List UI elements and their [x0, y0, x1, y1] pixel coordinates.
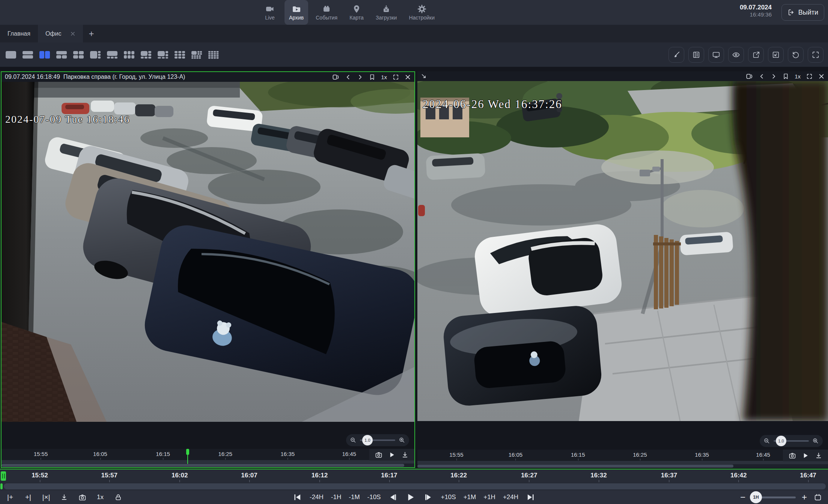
layout-3x3-button[interactable] [173, 48, 187, 61]
download-icon[interactable] [401, 451, 409, 459]
range-clear-button[interactable]: |×| [41, 492, 51, 503]
nav-item-map[interactable]: Карта [345, 0, 368, 25]
collapse-button[interactable] [768, 47, 784, 63]
calendar-button[interactable] [813, 492, 823, 503]
bookmark-icon[interactable] [783, 73, 789, 80]
tab-office[interactable]: Офис [38, 25, 83, 42]
range-start-button[interactable]: |+ [5, 492, 15, 503]
zoom-in-icon[interactable] [812, 438, 819, 444]
skip-to-end-button[interactable] [526, 492, 536, 503]
jump-forward-1h-button[interactable]: +1H [483, 493, 495, 501]
rotate-ccw-button[interactable] [788, 47, 804, 63]
jump-back-24h-button[interactable]: -24H [310, 493, 324, 501]
layout-1x1-button[interactable] [4, 48, 18, 61]
eye-button[interactable] [728, 47, 744, 63]
nav-item-downloads[interactable]: Загрузки [371, 0, 401, 25]
camera-speed-label[interactable]: 1x [381, 74, 387, 80]
layout-big-plus-5-button[interactable] [139, 48, 153, 61]
jump-forward-24h-button[interactable]: +24H [503, 493, 518, 501]
camera-close-icon[interactable] [818, 73, 825, 80]
play-icon[interactable] [802, 452, 809, 459]
bookmark-icon[interactable] [369, 74, 375, 80]
timeline-playhead[interactable] [187, 449, 188, 464]
global-scrollbar-thumb[interactable] [4, 483, 826, 489]
timeline-zoom-handle[interactable]: 1.0 [362, 435, 373, 445]
snapshot-icon[interactable] [789, 452, 796, 459]
layout-2-rows-button[interactable] [21, 48, 35, 61]
timeline-zoom-handle[interactable]: 1.0 [776, 436, 786, 446]
layout-4x4-button[interactable] [206, 48, 221, 61]
camera-panel-right[interactable]: 1x [417, 71, 828, 468]
camera-video-left[interactable]: 2024-07-09 Tue 16:18:46 [2, 82, 414, 422]
layout-1-over-2-button[interactable] [54, 48, 69, 61]
timeline-scrollbar-thumb[interactable] [2, 464, 404, 467]
nav-item-events[interactable]: События [311, 0, 342, 25]
layout-2-columns-button[interactable] [38, 48, 52, 61]
skip-to-start-button[interactable] [292, 492, 302, 503]
export-button[interactable] [748, 47, 764, 63]
camera-fullscreen-icon[interactable] [806, 73, 813, 80]
snapshot-icon[interactable] [375, 451, 382, 459]
timeline-zoom-slider[interactable]: 1.0 [774, 440, 809, 442]
step-back-button[interactable] [388, 492, 398, 503]
next-camera-icon[interactable] [771, 73, 777, 80]
layout-big-top-3-bottom-button[interactable] [105, 48, 119, 61]
monitor-icon [712, 51, 720, 59]
zoom-out-icon[interactable] [763, 438, 770, 444]
panel-list-button[interactable] [688, 47, 704, 63]
nav-item-live[interactable]: Live [258, 0, 282, 25]
jump-back-1m-button[interactable]: -1M [349, 493, 360, 501]
download-icon[interactable] [815, 452, 822, 459]
lock-button[interactable] [113, 492, 123, 503]
zoom-out-icon[interactable] [350, 437, 357, 444]
layout-3x2-button[interactable] [122, 48, 136, 61]
zoom-in-icon[interactable] [399, 437, 405, 444]
camera-fullscreen-icon[interactable] [393, 74, 399, 80]
brush-button[interactable] [668, 47, 684, 63]
export-range-button[interactable] [59, 492, 69, 503]
drag-corner-icon[interactable] [421, 73, 427, 80]
monitor-button[interactable] [708, 47, 724, 63]
next-camera-icon[interactable] [357, 74, 363, 80]
jump-forward-10s-button[interactable]: +10S [441, 493, 456, 501]
timeline-range-slider[interactable]: 1H [751, 496, 796, 498]
tab-main[interactable]: Главная [0, 25, 38, 42]
range-end-button[interactable]: +| [23, 492, 33, 503]
global-timeline[interactable]: 15:52 15:57 16:02 16:07 16:12 16:17 16:2… [0, 469, 828, 482]
layout-big-plus-5-alt-button[interactable] [156, 48, 170, 61]
global-playhead[interactable] [1, 471, 6, 481]
nav-item-archive[interactable]: Архив [285, 0, 308, 25]
timeline-zoom-in-button[interactable]: + [802, 492, 807, 502]
frame-mode-icon[interactable] [746, 73, 753, 80]
nav-item-settings[interactable]: Настройки [404, 0, 439, 25]
camera-speed-label[interactable]: 1x [795, 73, 801, 80]
tab-close-icon[interactable] [70, 31, 75, 36]
prev-camera-icon[interactable] [345, 74, 351, 80]
layout-big-plus-12-button[interactable] [190, 48, 204, 61]
snapshot-button[interactable] [77, 492, 87, 503]
add-tab-button[interactable]: + [83, 25, 99, 42]
camera-timeline[interactable]: 15:55 16:05 16:15 16:25 16:35 16:45 [2, 449, 414, 460]
fullscreen-button[interactable] [808, 47, 823, 63]
jump-back-1h-button[interactable]: -1H [331, 493, 341, 501]
timeline-scrollbar-thumb[interactable] [417, 465, 733, 468]
layout-2x2-button[interactable] [71, 48, 86, 61]
step-forward-button[interactable] [423, 492, 433, 503]
frame-mode-icon[interactable] [332, 74, 339, 81]
camera-timeline[interactable]: 15:55 16:05 16:15 16:25 16:35 16:45 [417, 450, 828, 461]
global-tick: 15:52 [32, 472, 48, 479]
timeline-zoom-slider[interactable]: 1.0 [360, 439, 395, 441]
timeline-range-handle[interactable]: 1H [750, 491, 762, 503]
play-icon[interactable] [388, 451, 396, 459]
logout-button[interactable]: Выйти [781, 4, 824, 21]
play-button[interactable] [405, 492, 416, 503]
playback-speed-button[interactable]: 1x [95, 492, 105, 503]
prev-camera-icon[interactable] [759, 73, 765, 80]
jump-back-10s-button[interactable]: -10S [367, 493, 381, 501]
timeline-zoom-out-button[interactable]: − [740, 492, 745, 502]
camera-close-icon[interactable] [405, 74, 411, 80]
layout-big-left-3-right-button[interactable] [88, 48, 102, 61]
jump-forward-1m-button[interactable]: +1M [464, 493, 476, 501]
camera-video-right[interactable]: 2024-06-26 Wed 16:37:26 [417, 81, 828, 421]
camera-panel-left[interactable]: 09.07.2024 16:18:49 Парковка справа (г. … [1, 71, 415, 468]
